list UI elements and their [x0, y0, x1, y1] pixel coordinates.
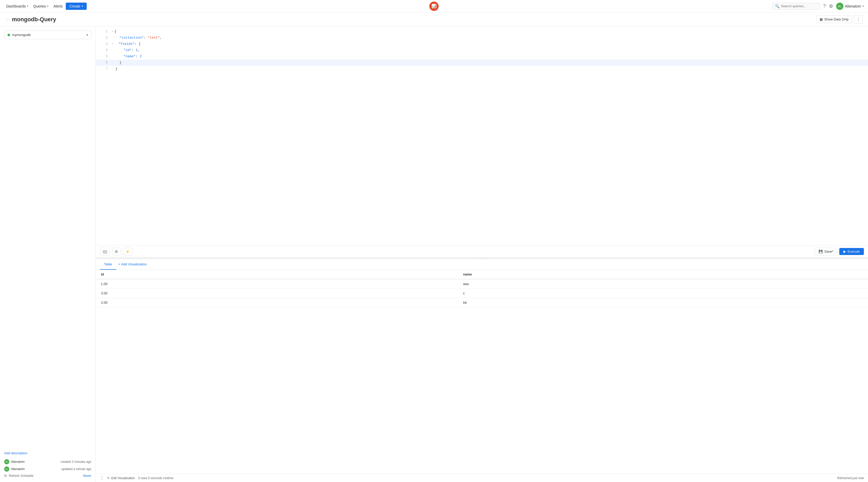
- code-token: :: [131, 47, 135, 53]
- code-line[interactable]: 2 "collection": "test",: [96, 35, 868, 41]
- editor-toolbar: {{}} ⊞ ⚡ 💾 Save* ▶ Execute: [96, 246, 868, 258]
- code-line[interactable]: 5 "name": 2: [96, 53, 868, 60]
- toolbar-left: {{}} ⊞ ⚡: [100, 248, 132, 255]
- toolbar-right: 💾 Save* ▶ Execute: [815, 248, 864, 255]
- status-bar: ⋮ ✎ Edit Visualization 3 rows 0 seconds …: [96, 474, 868, 482]
- cell-id: 3.00: [96, 288, 458, 298]
- logo-icon: 📊: [431, 4, 437, 8]
- user-name: Alienatom: [845, 4, 861, 8]
- status-left: ⋮ ✎ Edit Visualization 3 rows 0 seconds …: [100, 476, 174, 480]
- refresh-schedule-label[interactable]: ↻ Refresh Schedule: [4, 474, 33, 478]
- code-token: [116, 53, 123, 60]
- user-badge[interactable]: AL Alienatom ▾: [836, 3, 864, 10]
- code-line[interactable]: 1▾{: [96, 29, 868, 35]
- code-token: 2: [140, 53, 142, 60]
- updated-time: updated a minute ago: [61, 467, 91, 471]
- edit-icon: ✎: [107, 476, 110, 480]
- page-title: mongodb-Query: [12, 16, 56, 23]
- code-token: [114, 41, 119, 47]
- table-header: id name: [96, 270, 868, 279]
- updated-by-row: AL Alienatom updated a minute ago: [4, 466, 91, 472]
- refresh-icon: ↻: [4, 474, 7, 478]
- dashboards-chevron-icon: ▾: [27, 5, 28, 7]
- updater-name: AL Alienatom: [4, 466, 25, 472]
- line-number: 5: [100, 53, 108, 60]
- code-line[interactable]: 7}: [96, 66, 868, 72]
- lightning-button[interactable]: ⚡: [123, 248, 132, 255]
- db-name: mymongodb: [12, 33, 87, 37]
- code-token: "name": [123, 53, 135, 60]
- cell-id: 1.00: [96, 279, 458, 289]
- cell-name: aaa: [458, 279, 868, 289]
- edit-visualization-button[interactable]: ✎ Edit Visualization: [107, 476, 135, 480]
- line-number: 2: [100, 35, 108, 41]
- datasource-selector[interactable]: mymongodb ▾: [4, 31, 91, 39]
- fold-arrow-icon[interactable]: ▾: [112, 29, 113, 35]
- avatar: AL: [836, 3, 843, 10]
- db-chevron-icon: ▾: [87, 33, 88, 37]
- more-options-button[interactable]: ⋮: [854, 15, 863, 24]
- created-by-row: AL Alienatom created 2 minutes ago: [4, 459, 91, 464]
- search-box[interactable]: 🔍: [772, 3, 820, 9]
- execute-icon: ▶: [843, 250, 846, 253]
- table-body: 1.00aaa3.00c2.00bb: [96, 279, 868, 307]
- code-token: }: [116, 66, 118, 72]
- code-token: {: [114, 29, 117, 35]
- creator-avatar: AL: [4, 459, 9, 464]
- nav-dashboards[interactable]: Dashboards ▾: [4, 3, 30, 10]
- fold-arrow-icon[interactable]: ▾: [112, 41, 113, 47]
- data-table: id name 1.00aaa3.00c2.00bb: [96, 270, 868, 307]
- col-header-name: name: [458, 270, 868, 279]
- queries-chevron-icon: ▾: [47, 5, 49, 7]
- show-data-only-button[interactable]: ▦ Show Data Only: [816, 16, 852, 23]
- search-input[interactable]: [781, 4, 817, 8]
- nav-queries[interactable]: Queries ▾: [31, 3, 51, 10]
- star-icon[interactable]: ☆: [5, 17, 9, 22]
- schema-icon: ⊞: [115, 250, 118, 253]
- refresh-value[interactable]: Never: [83, 474, 91, 478]
- line-number: 3: [100, 41, 108, 47]
- code-token: 1: [135, 47, 138, 53]
- add-description-link[interactable]: Add description: [4, 451, 91, 455]
- execute-button[interactable]: ▶ Execute: [839, 248, 864, 255]
- code-token: "test": [148, 35, 160, 41]
- line-number: 7: [100, 66, 108, 72]
- page-title-area: ☆ mongodb-Query: [5, 16, 56, 23]
- code-line[interactable]: 3▾ "fields": {: [96, 41, 868, 47]
- create-button[interactable]: Create ▾: [66, 3, 87, 10]
- sidebar: mymongodb ▾ Add description AL Alienatom…: [0, 26, 96, 482]
- nav-alerts[interactable]: Alerts: [52, 3, 65, 10]
- table-schema-button[interactable]: ⊞: [112, 248, 121, 255]
- db-connected-indicator: [7, 34, 10, 36]
- code-token: :: [144, 35, 148, 41]
- line-number: 1: [100, 29, 108, 35]
- status-more-button[interactable]: ⋮: [100, 476, 104, 480]
- code-token: :: [135, 53, 140, 60]
- page-header: ☆ mongodb-Query ▦ Show Data Only ⋮: [0, 12, 868, 26]
- code-editor[interactable]: 1▾{2 "collection": "test",3▾ "fields": {…: [96, 26, 868, 246]
- table-row: 3.00c: [96, 288, 868, 298]
- table-icon: ▦: [819, 17, 823, 21]
- line-number: 4: [100, 47, 108, 53]
- line-number: 6: [100, 60, 108, 66]
- search-icon: 🔍: [775, 4, 779, 8]
- code-line[interactable]: 4 "id": 1,: [96, 47, 868, 53]
- code-line[interactable]: 6 }: [96, 60, 868, 66]
- add-visualization-tab[interactable]: + Add Visualization: [116, 259, 149, 269]
- save-button[interactable]: 💾 Save*: [815, 248, 837, 255]
- row-count: 3 rows 0 seconds runtime: [138, 476, 174, 480]
- cell-id: 2.00: [96, 298, 458, 307]
- params-button[interactable]: {{}}: [100, 248, 110, 255]
- help-icon[interactable]: ?: [823, 3, 826, 9]
- code-token: [116, 35, 120, 41]
- nav-left: Dashboards ▾ Queries ▾ Alerts Create ▾: [4, 3, 87, 10]
- creator-name: AL Alienatom: [4, 459, 25, 464]
- user-chevron-icon: ▾: [863, 5, 864, 7]
- code-token: ,: [138, 47, 140, 53]
- top-nav: Dashboards ▾ Queries ▾ Alerts Create ▾ 📊…: [0, 0, 868, 12]
- cell-name: bb: [458, 298, 868, 307]
- tab-table[interactable]: Table: [100, 259, 116, 270]
- settings-icon[interactable]: ⚙: [829, 3, 833, 9]
- created-time: created 2 minutes ago: [61, 460, 91, 463]
- col-header-id: id: [96, 270, 458, 279]
